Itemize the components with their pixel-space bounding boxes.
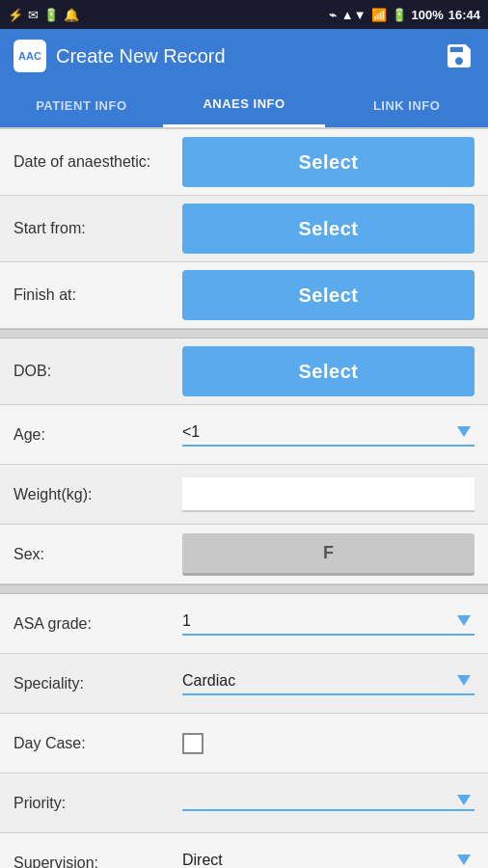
priority-dropdown[interactable] (182, 795, 474, 811)
age-dropdown-arrow (457, 426, 471, 437)
asa-dropdown-arrow (457, 615, 471, 626)
value-priority (182, 795, 474, 811)
battery-saver-icon: 🔋 (43, 8, 59, 22)
select-start-from-button[interactable]: Select (182, 203, 474, 254)
row-date-anaesthetic: Date of anaesthetic: Select (0, 129, 488, 196)
status-bar: ⚡ ✉ 🔋 🔔 ⌁ ▲▼ 📶 🔋 100% 16:44 (0, 0, 488, 29)
section-divider (0, 329, 488, 339)
label-age: Age: (14, 426, 182, 444)
speciality-dropdown[interactable]: Cardiac (182, 672, 474, 695)
value-weight (182, 477, 474, 512)
value-date-anaesthetic: Select (182, 137, 474, 187)
row-day-case: Day Case: (0, 714, 488, 773)
age-dropdown[interactable]: <1 (182, 423, 474, 447)
notification-icon: 🔔 (64, 8, 79, 22)
select-dob-button[interactable]: Select (182, 346, 474, 396)
page-title: Create New Record (56, 45, 226, 68)
section-divider-2 (0, 584, 488, 594)
title-left: AAC Create New Record (14, 40, 226, 72)
age-value: <1 (182, 423, 457, 441)
supervision-dropdown-arrow (457, 854, 471, 865)
label-priority: Priority: (14, 795, 182, 812)
clock: 16:44 (448, 8, 480, 22)
label-weight: Weight(kg): (14, 486, 182, 503)
wifi-icon: 📶 (371, 8, 387, 22)
row-supervision: Supervision: Direct (0, 833, 488, 868)
label-start-from: Start from: (14, 220, 182, 237)
app-icon: AAC (14, 40, 46, 72)
status-right: ⌁ ▲▼ 📶 🔋 100% 16:44 (329, 8, 480, 22)
value-day-case (182, 733, 474, 754)
supervision-dropdown[interactable]: Direct (182, 852, 474, 869)
supervision-value: Direct (182, 852, 457, 869)
battery-icon: 🔋 (392, 8, 407, 22)
tab-anaes-info[interactable]: ANAES INFO (163, 83, 326, 127)
weight-input[interactable] (182, 477, 474, 512)
save-button[interactable] (444, 41, 474, 71)
status-left-icons: ⚡ ✉ 🔋 🔔 (8, 8, 79, 22)
label-day-case: Day Case: (14, 735, 182, 752)
row-dob: DOB: Select (0, 339, 488, 405)
value-supervision: Direct (182, 852, 474, 869)
label-dob: DOB: (14, 363, 182, 380)
sex-value: F (323, 543, 334, 563)
usb-icon: ⚡ (8, 8, 23, 22)
label-finish-at: Finish at: (14, 286, 182, 304)
value-speciality: Cardiac (182, 672, 474, 695)
value-age[interactable]: <1 (182, 423, 474, 447)
label-sex: Sex: (14, 546, 182, 563)
label-speciality: Speciality: (14, 675, 182, 692)
value-sex: F (182, 533, 474, 576)
form-content: Date of anaesthetic: Select Start from: … (0, 129, 488, 868)
value-finish-at: Select (182, 270, 474, 320)
signal-icon: ▲▼ (341, 8, 366, 22)
title-bar: AAC Create New Record (0, 29, 488, 83)
label-date-anaesthetic: Date of anaesthetic: (14, 153, 182, 171)
day-case-checkbox[interactable] (182, 733, 203, 754)
row-age: Age: <1 (0, 405, 488, 465)
tab-patient-info[interactable]: PATIENT INFO (0, 83, 163, 127)
select-date-anaesthetic-button[interactable]: Select (182, 137, 474, 187)
mail-icon: ✉ (28, 8, 39, 22)
select-finish-at-button[interactable]: Select (182, 270, 474, 320)
asa-dropdown[interactable]: 1 (182, 612, 474, 636)
priority-dropdown-arrow (457, 795, 471, 805)
row-asa-grade: ASA grade: 1 (0, 594, 488, 654)
battery-percent: 100% (412, 8, 444, 22)
tab-link-info[interactable]: LINK INFO (325, 83, 488, 127)
sex-toggle[interactable]: F (182, 533, 474, 576)
row-speciality: Speciality: Cardiac (0, 654, 488, 714)
asa-value: 1 (182, 612, 457, 630)
row-sex: Sex: F (0, 525, 488, 584)
row-start-from: Start from: Select (0, 196, 488, 262)
tabs-bar: PATIENT INFO ANAES INFO LINK INFO (0, 83, 488, 129)
speciality-dropdown-arrow (457, 675, 471, 686)
bluetooth-icon: ⌁ (329, 8, 337, 22)
speciality-value: Cardiac (182, 672, 457, 690)
value-dob: Select (182, 346, 474, 396)
value-start-from: Select (182, 203, 474, 254)
label-supervision: Supervision: (14, 854, 182, 869)
label-asa-grade: ASA grade: (14, 615, 182, 633)
row-finish-at: Finish at: Select (0, 262, 488, 329)
row-priority: Priority: (0, 773, 488, 833)
row-weight: Weight(kg): (0, 465, 488, 525)
value-asa-grade: 1 (182, 612, 474, 636)
